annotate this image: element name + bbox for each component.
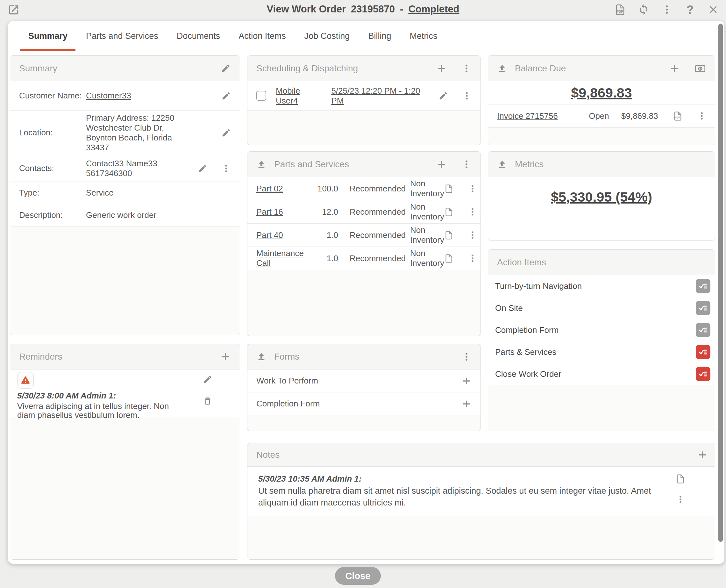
delete-reminder-button[interactable] (203, 396, 212, 406)
close-dialog-button[interactable] (707, 3, 720, 16)
pdf-file-icon (675, 112, 681, 120)
type-value: Service (86, 188, 114, 198)
part-link[interactable]: Maintenance Call (256, 249, 315, 268)
edit-customer-button[interactable] (221, 91, 231, 101)
upload-icon[interactable] (256, 352, 266, 362)
forms-menu-button[interactable] (462, 352, 472, 362)
edit-reminder-button[interactable] (203, 375, 212, 384)
dialog-titlebar: View Work Order 23195870 - Completed ? (0, 0, 726, 21)
notes-card-title: Notes (256, 450, 280, 460)
add-note-button[interactable] (697, 449, 708, 460)
action-item-status-badge[interactable] (696, 323, 710, 337)
action-item-label: Parts & Services (495, 347, 556, 357)
part-document-button[interactable] (444, 207, 454, 216)
work-order-status-link[interactable]: Completed (408, 3, 459, 15)
visit-time-link[interactable]: 5/25/23 12:20 PM - 1:20 PM (331, 86, 429, 106)
parts-menu-button[interactable] (462, 159, 472, 169)
part-qty: 100.0 (315, 184, 338, 194)
part-status: Recommended (350, 230, 410, 240)
edit-pencil-icon (199, 165, 206, 172)
export-pdf-button[interactable] (614, 3, 627, 16)
part-qty: 1.0 (315, 230, 338, 240)
tab-job-costing[interactable]: Job Costing (304, 21, 350, 51)
edit-location-button[interactable] (221, 128, 231, 138)
action-item-status-badge[interactable] (696, 366, 710, 381)
customer-name-link[interactable]: Customer33 (86, 91, 131, 101)
part-link[interactable]: Part 16 (256, 207, 315, 217)
upload-icon[interactable] (497, 159, 507, 169)
action-item-label: Completion Form (495, 325, 558, 335)
reminder-alert-button[interactable] (17, 372, 34, 388)
part-status: Recommended (350, 184, 410, 194)
part-menu-button[interactable] (468, 207, 477, 216)
visit-checkbox[interactable] (256, 91, 266, 101)
part-inventory-type: Non Inventory (410, 202, 444, 222)
scheduling-menu-button[interactable] (462, 63, 472, 74)
help-icon: ? (686, 4, 694, 16)
part-menu-button[interactable] (468, 230, 477, 240)
reminders-card: Reminders 5/30/23 8:00 AM Admin 1: Viver… (10, 344, 240, 560)
part-document-button[interactable] (444, 254, 454, 263)
forms-card-title: Forms (274, 352, 299, 362)
refresh-button[interactable] (637, 3, 650, 16)
add-invoice-button[interactable] (669, 63, 680, 74)
action-item-status-badge[interactable] (696, 279, 710, 293)
tab-summary[interactable]: Summary (28, 21, 67, 51)
part-inventory-type: Non Inventory (410, 249, 444, 268)
titlebar-menu-button[interactable] (660, 3, 673, 16)
kebab-menu-icon (472, 208, 473, 216)
metrics-value-link[interactable]: $5,330.95 (54%) (551, 189, 652, 240)
contacts-menu-button[interactable] (221, 164, 231, 173)
parts-card-header: Parts and Services (248, 152, 481, 177)
invoice-menu-button[interactable] (697, 111, 707, 121)
payment-button[interactable] (695, 63, 706, 74)
tab-action-items[interactable]: Action Items (238, 21, 286, 51)
add-part-button[interactable] (436, 159, 447, 170)
visit-menu-button[interactable] (462, 91, 472, 101)
vertical-scrollbar[interactable] (718, 24, 723, 542)
invoice-link[interactable]: Invoice 2715756 (497, 111, 577, 121)
part-row: Part 02 100.0 Recommended Non Inventory (248, 177, 481, 201)
contact-phone: 5617346300 (86, 168, 157, 178)
help-button[interactable]: ? (684, 3, 697, 16)
add-form-button[interactable] (462, 399, 472, 409)
upload-icon[interactable] (256, 159, 266, 169)
tab-metrics[interactable]: Metrics (409, 21, 437, 51)
close-button[interactable]: Close (335, 567, 381, 585)
note-menu-button[interactable] (676, 495, 685, 504)
edit-contacts-button[interactable] (198, 164, 207, 173)
technician-link[interactable]: Mobile User4 (276, 86, 322, 106)
part-link[interactable]: Part 40 (256, 230, 315, 240)
upload-icon[interactable] (497, 63, 507, 74)
part-document-button[interactable] (444, 184, 454, 193)
add-form-button[interactable] (462, 376, 472, 386)
action-item-status-badge[interactable] (696, 345, 710, 359)
form-name: Work To Perform (256, 376, 318, 386)
note-text: Ut sem nulla pharetra diam sit amet nisl… (258, 485, 664, 509)
part-menu-button[interactable] (468, 184, 477, 193)
note-document-button[interactable] (675, 474, 686, 484)
note-entry: 5/30/23 10:35 AM Admin 1: Ut sem nulla p… (248, 467, 715, 516)
part-document-button[interactable] (444, 230, 454, 240)
action-item-row: Turn-by-turn Navigation (488, 275, 715, 297)
summary-card-header: Summary (10, 56, 240, 81)
action-item-status-badge[interactable] (696, 301, 710, 315)
add-visit-button[interactable] (436, 63, 447, 74)
tab-parts-and-services[interactable]: Parts and Services (86, 21, 158, 51)
kebab-menu-icon (472, 255, 473, 262)
add-reminder-button[interactable] (220, 351, 231, 362)
part-link[interactable]: Part 02 (256, 184, 315, 194)
action-items-card-header: Action Items (488, 250, 715, 275)
edit-visit-button[interactable] (439, 91, 448, 101)
balance-total-link[interactable]: $9,869.83 (571, 85, 632, 101)
document-icon (446, 255, 451, 262)
tab-billing[interactable]: Billing (368, 21, 391, 51)
part-menu-button[interactable] (468, 254, 477, 263)
tab-documents[interactable]: Documents (177, 21, 220, 51)
form-row: Completion Form (248, 393, 481, 415)
invoice-pdf-button[interactable] (673, 111, 683, 121)
location-value: Primary Address: 12250 Westchester Club … (86, 113, 191, 152)
summary-card-title: Summary (19, 63, 57, 74)
edit-summary-button[interactable] (221, 63, 231, 74)
tab-label: Documents (177, 31, 220, 41)
